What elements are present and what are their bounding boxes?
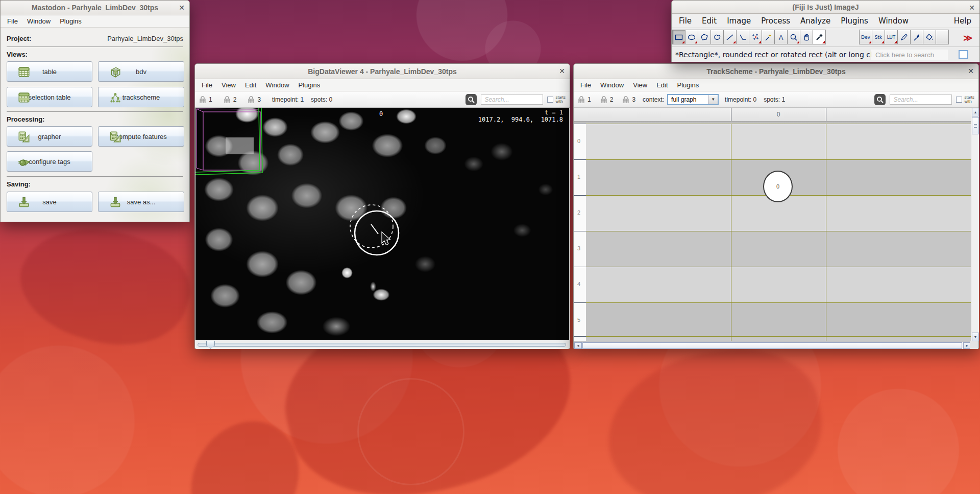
selection-table-button[interactable]: selection table [7, 87, 92, 107]
menu-plugins[interactable]: Plugins [55, 15, 86, 28]
trackscheme-button[interactable]: trackscheme [98, 87, 184, 107]
fill-bucket-tool-button[interactable] [923, 30, 936, 44]
text-tool-button[interactable]: A [774, 30, 788, 44]
bookmark-lock-2[interactable]: 2 [600, 96, 614, 104]
lock-number: 2 [610, 96, 614, 103]
imagej-titlebar[interactable]: (Fiji Is Just) ImageJ ✕ [672, 1, 979, 14]
menu-file[interactable]: File [3, 15, 22, 28]
line-tool-button[interactable] [723, 30, 737, 44]
grapher-button[interactable]: grapher [7, 126, 92, 147]
empty-tool-slot[interactable] [936, 30, 949, 44]
imagej-menubar: File Edit Image Process Analyze Plugins … [672, 14, 979, 28]
search-input[interactable] [890, 95, 952, 105]
desktop-crab-claw [7, 206, 202, 365]
menu-plugins[interactable]: Plugins [836, 15, 873, 27]
dev-tool-button[interactable]: Dev [859, 30, 872, 44]
horizontal-scrollbar[interactable]: ◄ ► [574, 341, 971, 349]
close-icon[interactable]: ✕ [969, 1, 975, 15]
slider-thumb[interactable] [206, 341, 215, 349]
menu-edit[interactable]: Edit [697, 15, 722, 27]
menu-window[interactable]: Window [873, 15, 914, 27]
lock-number: 3 [257, 96, 261, 103]
menu-view[interactable]: View [217, 79, 240, 91]
lock-icon [248, 96, 255, 104]
starts-with-checkbox[interactable] [547, 97, 553, 103]
compute-features-button[interactable]: compute features [98, 126, 184, 147]
save-button[interactable]: save [7, 192, 92, 212]
context-dropdown[interactable]: full graph ▼ [667, 94, 719, 105]
starts-with-checkbox[interactable] [956, 97, 962, 103]
menu-file[interactable]: File [674, 15, 697, 27]
menu-window[interactable]: Window [596, 79, 628, 91]
oval-tool-button[interactable] [685, 30, 698, 44]
vertical-scrollbar-thumb[interactable] [972, 117, 979, 134]
vertical-scrollbar[interactable]: ▲ ▼ [971, 108, 979, 341]
scroll-left-icon[interactable]: ◄ [574, 342, 582, 349]
row-label: 1 [577, 174, 580, 180]
trackscheme-graph-area[interactable]: 0 0 1 2 3 4 5 0 [574, 108, 971, 341]
bookmark-lock-2[interactable]: 2 [224, 96, 237, 104]
polygon-tool-button[interactable] [698, 30, 711, 44]
timepoint-slider[interactable] [195, 340, 569, 349]
spot-node[interactable]: 0 [763, 171, 793, 202]
menu-file[interactable]: File [576, 79, 596, 91]
configure-tags-button[interactable]: configure tags [7, 151, 92, 172]
menu-plugins[interactable]: Plugins [673, 79, 704, 91]
menu-window[interactable]: Window [261, 79, 293, 91]
row-label: 4 [577, 281, 580, 287]
angle-tool-button[interactable] [736, 30, 749, 44]
bdv-titlebar[interactable]: BigDataViewer 4 - Parhyale_LimbDev_30tps… [195, 64, 570, 79]
coordinates-overlay: 1017.2, 994.6, 1071.8 [478, 116, 563, 123]
trackscheme-titlebar[interactable]: TrackScheme - Parhyale_LimbDev_30tps ✕ [574, 64, 978, 79]
scroll-up-icon[interactable]: ▲ [972, 108, 979, 116]
lut-tool-button[interactable]: LUT [885, 30, 898, 44]
row-header-column: 0 1 2 3 4 5 [574, 124, 586, 341]
horizontal-scrollbar-thumb[interactable] [582, 342, 962, 349]
save-as-button[interactable]: save as... [98, 192, 184, 212]
rectangle-tool-button[interactable] [672, 30, 685, 44]
close-icon[interactable]: ✕ [179, 1, 185, 15]
menu-help[interactable]: Help [949, 15, 976, 27]
menu-process[interactable]: Process [756, 15, 795, 27]
bookmark-lock-3[interactable]: 3 [622, 96, 635, 104]
menu-edit[interactable]: Edit [240, 79, 261, 91]
menu-image[interactable]: Image [722, 15, 756, 27]
imagej-search-field[interactable]: Click here to search [871, 50, 948, 60]
mastodon-titlebar[interactable]: Mastodon - Parhyale_LimbDev_30tps ✕ [1, 1, 189, 15]
menu-view[interactable]: View [628, 79, 652, 91]
menu-plugins[interactable]: Plugins [294, 79, 325, 91]
search-icon[interactable] [874, 94, 886, 105]
search-input[interactable] [481, 95, 543, 105]
freehand-tool-button[interactable] [710, 30, 724, 44]
point-tool-button[interactable] [749, 30, 762, 44]
pencil-tool-button[interactable] [897, 30, 911, 44]
wand-tool-button[interactable] [762, 30, 775, 44]
close-icon[interactable]: ✕ [559, 64, 565, 79]
bdv-button[interactable]: bdv [98, 61, 184, 82]
tool-alt-indicator [758, 41, 761, 43]
separator [7, 176, 183, 177]
bookmark-lock-3[interactable]: 3 [248, 96, 261, 104]
chevron-down-icon[interactable]: ▼ [708, 95, 718, 104]
search-focus-box[interactable] [959, 50, 968, 59]
search-icon[interactable] [465, 94, 477, 105]
paintbrush-tool-button[interactable] [910, 30, 923, 44]
scroll-down-icon[interactable]: ▼ [972, 333, 979, 341]
hand-tool-button[interactable] [800, 30, 813, 44]
menu-file[interactable]: File [197, 79, 217, 91]
configure-tags-icon [17, 155, 31, 169]
table-button[interactable]: table [7, 61, 92, 82]
stk-tool-button[interactable]: Stk [872, 30, 885, 44]
close-icon[interactable]: ✕ [968, 64, 974, 79]
selection-table-button-label: selection table [28, 93, 70, 101]
menu-edit[interactable]: Edit [652, 79, 672, 91]
menu-window[interactable]: Window [22, 15, 55, 28]
more-tools-icon[interactable]: ≫ [963, 33, 972, 43]
menu-analyze[interactable]: Analyze [795, 15, 836, 27]
zoom-tool-button[interactable] [787, 30, 800, 44]
tool-alt-indicator [869, 41, 871, 43]
bdv-image-canvas[interactable]: 0 t = 1 1017.2, 994.6, 1071.8 [195, 108, 569, 340]
bookmark-lock-1[interactable]: 1 [199, 96, 212, 104]
bookmark-lock-1[interactable]: 1 [578, 96, 591, 104]
color-picker-tool-button[interactable] [813, 30, 826, 44]
